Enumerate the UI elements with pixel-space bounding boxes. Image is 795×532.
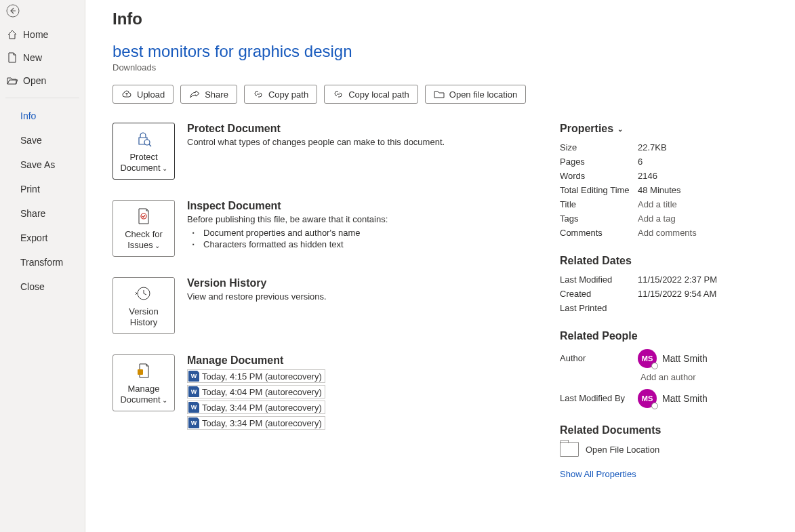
- section-title: Version History: [187, 277, 327, 289]
- section-title: Inspect Document: [187, 200, 388, 212]
- section-version: Version History Version History View and…: [113, 277, 519, 334]
- section-body: Protect Document Control what types of c…: [187, 123, 445, 180]
- subnav-share[interactable]: Share: [0, 201, 85, 226]
- subnav-save-as[interactable]: Save As: [0, 152, 85, 177]
- history-icon: [134, 284, 153, 303]
- folder-icon: [560, 442, 579, 457]
- recovery-item[interactable]: WToday, 4:04 PM (autorecovery): [187, 385, 325, 398]
- prop-value: 11/15/2022 9:54 AM: [638, 289, 716, 299]
- nav-label: New: [23, 52, 42, 63]
- share-button[interactable]: Share: [180, 85, 237, 104]
- subnav-print[interactable]: Print: [0, 177, 85, 201]
- prop-label: Words: [560, 171, 638, 181]
- nav-home[interactable]: Home: [0, 23, 85, 46]
- recovery-item[interactable]: WToday, 3:44 PM (autorecovery): [187, 401, 325, 414]
- btn-label: Protect Document⌄: [116, 152, 171, 173]
- section-inspect: Check for Issues⌄ Inspect Document Befor…: [113, 200, 519, 257]
- open-file-location-button[interactable]: Open file location: [425, 85, 526, 104]
- doc-icon: [134, 361, 153, 380]
- prop-label: Tags: [560, 213, 638, 224]
- word-doc-icon: W: [188, 386, 199, 397]
- section-desc: Before publishing this file, be aware th…: [187, 214, 388, 224]
- recovery-item[interactable]: WToday, 3:34 PM (autorecovery): [187, 416, 325, 430]
- copy-local-path-button[interactable]: Copy local path: [324, 85, 418, 104]
- page-title: Info: [113, 9, 768, 28]
- chevron-down-icon: ⌄: [155, 242, 160, 249]
- prop-value: 22.7KB: [638, 142, 667, 152]
- backstage-sidebar: Home New Open Info Save Save As Print Sh…: [0, 0, 85, 532]
- related-people-header: Related People: [560, 330, 768, 342]
- author-row: Author MS Matt Smith Add an author: [560, 348, 768, 384]
- nav-label: Open: [23, 75, 46, 86]
- btn-label: Manage Document⌄: [116, 384, 171, 405]
- main-content: Info best monitors for graphics design D…: [85, 0, 795, 532]
- presence-indicator: [651, 403, 658, 409]
- presence-indicator: [651, 363, 658, 369]
- btn-label: Check for Issues⌄: [116, 229, 171, 250]
- new-doc-icon: [7, 52, 18, 63]
- add-author[interactable]: Add an author: [638, 372, 708, 382]
- prop-label: Total Editing Time: [560, 185, 638, 195]
- prop-label: Comments: [560, 228, 638, 238]
- back-button[interactable]: [3, 4, 23, 18]
- home-icon: [7, 29, 18, 40]
- section-body: Inspect Document Before publishing this …: [187, 200, 388, 257]
- protect-document-button[interactable]: Protect Document⌄: [113, 123, 175, 180]
- person-name: Matt Smith: [662, 393, 708, 404]
- recovery-item[interactable]: WToday, 4:15 PM (autorecovery): [187, 369, 325, 383]
- copy-path-button[interactable]: Copy path: [244, 85, 317, 104]
- section-title: Protect Document: [187, 123, 445, 135]
- manage-document-button[interactable]: Manage Document⌄: [113, 354, 175, 411]
- add-title[interactable]: Add a title: [638, 199, 677, 209]
- prop-label: Last Modified: [560, 274, 638, 285]
- section-desc: View and restore previous versions.: [187, 291, 327, 302]
- avatar: MS: [638, 349, 657, 368]
- prop-label: Last Modified By: [560, 389, 638, 403]
- check-for-issues-button[interactable]: Check for Issues⌄: [113, 200, 175, 257]
- inspect-doc-icon: [134, 207, 153, 226]
- svg-point-1: [144, 140, 150, 145]
- document-location: Downloads: [113, 62, 768, 73]
- btn-label: Share: [205, 89, 228, 100]
- author-person[interactable]: MS Matt Smith: [638, 349, 708, 368]
- nav-new[interactable]: New: [0, 46, 85, 69]
- content-columns: Protect Document⌄ Protect Document Contr…: [113, 123, 768, 479]
- section-protect: Protect Document⌄ Protect Document Contr…: [113, 123, 519, 180]
- modified-by-row: Last Modified By MS Matt Smith: [560, 388, 768, 409]
- lock-search-icon: [134, 129, 153, 148]
- add-comments[interactable]: Add comments: [638, 228, 697, 238]
- word-doc-icon: W: [188, 402, 199, 413]
- nav-label: Home: [23, 29, 48, 40]
- link-icon: [253, 89, 264, 100]
- section-title: Manage Document: [187, 354, 325, 367]
- upload-button[interactable]: Upload: [113, 85, 174, 104]
- section-body: Version History View and restore previou…: [187, 277, 327, 334]
- nav-open[interactable]: Open: [0, 69, 85, 92]
- modified-by-person[interactable]: MS Matt Smith: [638, 389, 708, 408]
- prop-label: Author: [560, 349, 638, 363]
- subnav-info[interactable]: Info: [0, 104, 85, 128]
- upload-icon: [121, 89, 132, 100]
- folder-icon: [434, 89, 445, 100]
- issue-list: Document properties and author's name Ch…: [187, 227, 388, 250]
- properties-table: Size22.7KB Pages6 Words2146 Total Editin…: [560, 140, 768, 240]
- subnav-save[interactable]: Save: [0, 128, 85, 152]
- add-tag[interactable]: Add a tag: [638, 213, 676, 224]
- document-title: best monitors for graphics design: [113, 42, 768, 61]
- prop-value: 2146: [638, 171, 657, 181]
- subnav-transform[interactable]: Transform: [0, 250, 85, 274]
- subnav-close[interactable]: Close: [0, 274, 85, 299]
- btn-label: Copy path: [268, 89, 308, 100]
- dates-table: Last Modified11/15/2022 2:37 PM Created1…: [560, 272, 768, 315]
- prop-label: Size: [560, 142, 638, 152]
- prop-label: Pages: [560, 157, 638, 167]
- section-manage: Manage Document⌄ Manage Document WToday,…: [113, 354, 519, 430]
- section-body: Manage Document WToday, 4:15 PM (autorec…: [187, 354, 325, 430]
- prop-label: Created: [560, 289, 638, 299]
- subnav-export[interactable]: Export: [0, 226, 85, 250]
- version-history-button[interactable]: Version History: [113, 277, 175, 334]
- properties-header[interactable]: Properties ⌄: [560, 123, 768, 135]
- open-file-location-link[interactable]: Open File Location: [560, 442, 768, 457]
- issue-item: Characters formatted as hidden text: [203, 239, 388, 250]
- show-all-properties-link[interactable]: Show All Properties: [560, 469, 636, 479]
